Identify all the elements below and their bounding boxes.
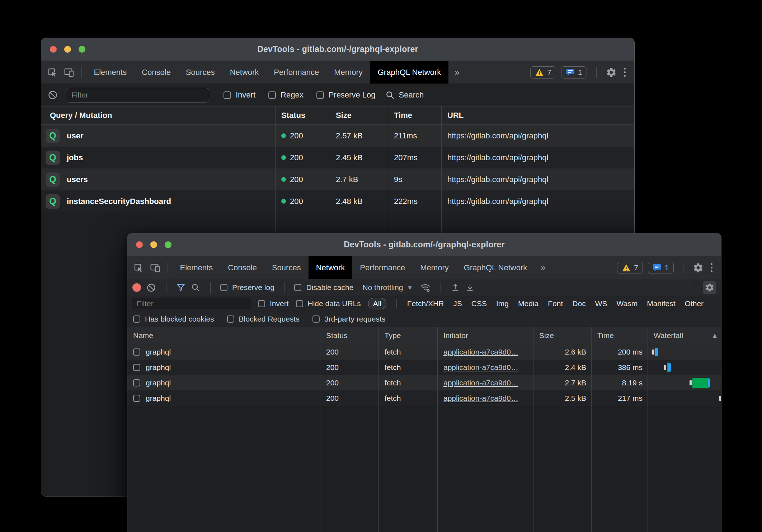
row-checkbox[interactable]	[133, 348, 140, 356]
type-filter-media[interactable]: Media	[518, 299, 538, 308]
column-header-time[interactable]: Time	[592, 327, 648, 344]
close-button[interactable]	[136, 241, 143, 248]
inspect-element-icon[interactable]	[47, 67, 58, 78]
request-row[interactable]: graphql 200 fetch application-a7ca9d0… 2…	[127, 375, 721, 390]
column-header-type[interactable]: Type	[379, 327, 438, 344]
invert-checkbox[interactable]	[224, 91, 231, 99]
disable-cache-checkbox-group[interactable]: Disable cache	[294, 283, 353, 292]
request-row[interactable]: graphql 200 fetch application-a7ca9d0… 2…	[127, 390, 721, 406]
device-toolbar-icon[interactable]	[150, 262, 161, 273]
tab-network[interactable]: Network	[222, 61, 267, 84]
initiator-link[interactable]: application-a7ca9d0…	[443, 363, 518, 372]
inspect-element-icon[interactable]	[133, 262, 144, 273]
clear-icon[interactable]	[146, 283, 156, 293]
more-options-icon[interactable]	[622, 68, 628, 77]
tab-graphql-network[interactable]: GraphQL Network	[370, 61, 448, 84]
type-filter-css[interactable]: CSS	[471, 299, 487, 308]
search-control[interactable]: Search	[385, 90, 424, 100]
initiator-link[interactable]: application-a7ca9d0…	[443, 379, 518, 387]
column-header-waterfall[interactable]: Waterfall ▲	[648, 327, 721, 344]
tab-memory[interactable]: Memory	[413, 256, 456, 279]
table-row[interactable]: Qjobs 200 2.45 kB 207ms https://gitlab.c…	[41, 147, 634, 168]
third-party-requests-checkbox-group[interactable]: 3rd-party requests	[312, 315, 385, 323]
preserve-log-checkbox-group[interactable]: Preserve Log	[316, 90, 376, 100]
invert-checkbox[interactable]	[258, 300, 265, 307]
tab-console[interactable]: Console	[134, 61, 178, 84]
third-party-requests-checkbox[interactable]	[312, 315, 320, 323]
tab-memory[interactable]: Memory	[326, 61, 370, 84]
preserve-log-checkbox[interactable]	[316, 91, 324, 99]
column-header-size[interactable]: Size	[330, 106, 388, 124]
tab-elements[interactable]: Elements	[173, 256, 221, 279]
minimize-button[interactable]	[64, 46, 71, 53]
type-filter-manifest[interactable]: Manifest	[647, 299, 675, 308]
column-header-initiator[interactable]: Initiator	[438, 327, 533, 344]
record-button[interactable]	[132, 283, 141, 292]
settings-gear-icon[interactable]	[606, 67, 617, 78]
preserve-log-checkbox[interactable]	[220, 284, 227, 291]
titlebar[interactable]: DevTools - gitlab.com/-/graphql-explorer	[41, 38, 634, 61]
has-blocked-cookies-checkbox[interactable]	[133, 315, 140, 323]
blocked-requests-checkbox[interactable]	[227, 315, 234, 323]
disable-cache-checkbox[interactable]	[294, 284, 301, 291]
invert-checkbox-group[interactable]: Invert	[258, 299, 289, 308]
minimize-button[interactable]	[150, 241, 157, 248]
hide-data-urls-checkbox[interactable]	[296, 300, 303, 307]
warnings-badge[interactable]: 7	[617, 262, 643, 274]
type-filter-other[interactable]: Other	[685, 299, 704, 308]
tab-console[interactable]: Console	[220, 256, 264, 279]
table-row[interactable]: QinstanceSecurityDashboard 200 2.48 kB 2…	[41, 190, 634, 212]
issues-badge[interactable]: 1	[561, 66, 587, 79]
clear-icon[interactable]	[48, 90, 58, 100]
type-filter-wasm[interactable]: Wasm	[616, 299, 638, 308]
tab-performance[interactable]: Performance	[352, 256, 413, 279]
request-row[interactable]: graphql 200 fetch application-a7ca9d0… 2…	[127, 344, 721, 360]
tab-performance[interactable]: Performance	[266, 61, 326, 84]
column-header-status[interactable]: Status	[320, 327, 379, 344]
column-header-size[interactable]: Size	[533, 327, 592, 344]
network-settings-gear-icon[interactable]	[703, 281, 716, 294]
type-filter-js[interactable]: JS	[453, 299, 462, 308]
close-button[interactable]	[50, 46, 57, 53]
type-filter-font[interactable]: Font	[548, 299, 563, 308]
device-toolbar-icon[interactable]	[64, 67, 75, 78]
type-filter-img[interactable]: Img	[496, 299, 509, 308]
row-checkbox[interactable]	[133, 379, 140, 386]
column-header-time[interactable]: Time	[388, 106, 442, 124]
zoom-button[interactable]	[79, 46, 85, 53]
issues-badge[interactable]: 1	[648, 262, 674, 274]
more-options-icon[interactable]	[709, 263, 715, 272]
initiator-link[interactable]: application-a7ca9d0…	[443, 394, 518, 403]
row-checkbox[interactable]	[133, 364, 140, 371]
type-filter-all[interactable]: All	[368, 298, 386, 309]
tab-graphql-network[interactable]: GraphQL Network	[456, 256, 535, 279]
request-row[interactable]: graphql 200 fetch application-a7ca9d0… 2…	[127, 360, 721, 375]
type-filter-ws[interactable]: WS	[595, 299, 607, 308]
invert-checkbox-group[interactable]: Invert	[224, 90, 255, 100]
warnings-badge[interactable]: 7	[530, 66, 556, 79]
table-row[interactable]: Quser 200 2.57 kB 211ms https://gitlab.c…	[41, 125, 634, 147]
type-filter-fetch-xhr[interactable]: Fetch/XHR	[407, 299, 444, 308]
preserve-log-checkbox-group[interactable]: Preserve log	[220, 283, 274, 292]
regex-checkbox[interactable]	[268, 91, 276, 99]
filter-funnel-icon[interactable]	[176, 283, 185, 292]
import-har-icon[interactable]	[451, 283, 460, 292]
network-conditions-icon[interactable]	[420, 282, 431, 293]
throttling-dropdown[interactable]: No throttling ▼	[362, 283, 411, 292]
more-tabs-icon[interactable]: »	[448, 61, 466, 84]
type-filter-doc[interactable]: Doc	[572, 299, 585, 308]
more-tabs-icon[interactable]: »	[535, 256, 552, 279]
export-har-icon[interactable]	[465, 283, 475, 292]
hide-data-urls-checkbox-group[interactable]: Hide data URLs	[296, 299, 361, 308]
tab-network[interactable]: Network	[309, 256, 353, 279]
column-header-url[interactable]: URL	[442, 106, 634, 124]
table-row[interactable]: Qusers 200 2.7 kB 9s https://gitlab.com/…	[41, 168, 634, 190]
column-header-status[interactable]: Status	[276, 106, 330, 124]
filter-input[interactable]	[132, 298, 251, 309]
regex-checkbox-group[interactable]: Regex	[268, 90, 304, 100]
tab-elements[interactable]: Elements	[86, 61, 135, 84]
column-header-name[interactable]: Name	[127, 327, 320, 344]
zoom-button[interactable]	[165, 241, 171, 248]
column-header-query-mutation[interactable]: Query / Mutation	[41, 106, 276, 124]
titlebar[interactable]: DevTools - gitlab.com/-/graphql-explorer	[127, 233, 721, 256]
